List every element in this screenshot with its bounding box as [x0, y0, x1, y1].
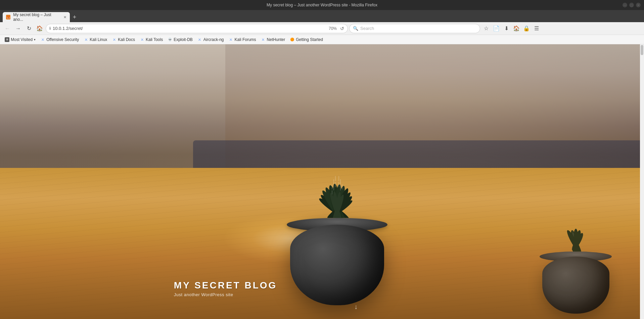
reload-button[interactable]: ↻: [24, 24, 34, 33]
bookmark-label: Getting Started: [296, 37, 323, 42]
succulent-leaves-main: [300, 151, 374, 218]
tab-favicon: 🦊: [6, 15, 10, 19]
getting-started-icon: 🟠: [290, 37, 294, 42]
search-bar[interactable]: 🔍 Search: [349, 24, 480, 33]
address-bar[interactable]: ℹ 10.0.1.2/secret/ 70% ↺: [46, 24, 348, 33]
dropdown-arrow-icon: ▾: [34, 38, 36, 41]
bookmark-kali-docs[interactable]: ⚔ Kali Docs: [110, 37, 137, 43]
minimize-button[interactable]: ─: [623, 3, 627, 7]
info-icon: ℹ: [49, 26, 51, 31]
bookmark-label: Exploit-DB: [174, 37, 193, 42]
kali-icon: ⚔: [40, 37, 45, 42]
tab-title: My secret blog – Just ano...: [13, 12, 59, 22]
sync-button[interactable]: 🔒: [522, 24, 531, 33]
bookmark-label: Kali Docs: [118, 37, 135, 42]
page-content: MY SECRET BLOG Just another WordPress si…: [0, 44, 644, 319]
bookmark-label: Kali Tools: [146, 37, 163, 42]
zoom-level: 70%: [329, 26, 337, 31]
reload-icon[interactable]: ↺: [340, 26, 344, 31]
bookmark-nethunter[interactable]: ⚔ NetHunter: [259, 37, 287, 43]
title-text: My secret blog – Just another WordPress …: [267, 3, 377, 7]
blog-title: MY SECRET BLOG: [174, 280, 277, 291]
forums-icon: ⚔: [229, 37, 233, 42]
reader-mode-button[interactable]: 📄: [492, 24, 501, 33]
navigation-bar: ← → ↻ 🏠 ℹ 10.0.1.2/secret/ 70% ↺ 🔍 Searc…: [0, 22, 644, 35]
bookmark-label: Kali Forums: [235, 37, 256, 42]
kali-icon: ⚔: [84, 37, 88, 42]
bookmark-kali-linux[interactable]: ⚔ Kali Linux: [82, 37, 109, 43]
close-button[interactable]: ✕: [636, 3, 641, 7]
forward-button[interactable]: →: [13, 24, 23, 33]
scroll-arrow-icon: ↓: [354, 303, 358, 310]
active-tab[interactable]: 🦊 My secret blog – Just ano... ✕: [3, 12, 70, 22]
back-button[interactable]: ←: [3, 24, 12, 33]
search-icon: 🔍: [353, 26, 358, 31]
scroll-indicator[interactable]: ↓: [354, 303, 358, 311]
bookmark-most-visited[interactable]: ⊞ Most Visited ▾: [3, 37, 38, 43]
bookmark-offensive-security[interactable]: ⚔ Offensive Security: [38, 37, 81, 43]
exploitdb-icon: 💀: [168, 37, 172, 42]
bookmark-kali-forums[interactable]: ⚔ Kali Forums: [227, 37, 258, 43]
bookmark-kali-tools[interactable]: ⚔ Kali Tools: [138, 37, 165, 43]
home-nav-button[interactable]: 🏠: [512, 24, 521, 33]
aircrack-icon: ⚔: [197, 37, 202, 42]
kali-icon: ⚔: [112, 37, 117, 42]
tab-close-button[interactable]: ✕: [63, 15, 66, 19]
search-placeholder: Search: [360, 26, 374, 31]
nav-actions: ☆ 📄 ⬇ 🏠 🔒 ☰: [481, 24, 541, 33]
bookmark-label: NetHunter: [267, 37, 285, 42]
bookmark-label: Most Visited: [11, 37, 33, 42]
bookmark-getting-started[interactable]: 🟠 Getting Started: [288, 37, 325, 43]
download-button[interactable]: ⬇: [502, 24, 511, 33]
bookmark-label: Offensive Security: [46, 37, 79, 42]
maximize-button[interactable]: □: [629, 3, 634, 7]
tab-bar: 🦊 My secret blog – Just ano... ✕ +: [0, 10, 644, 22]
new-tab-button[interactable]: +: [70, 12, 79, 22]
bookmark-aircrack[interactable]: ⚔ Aircrack-ng: [195, 37, 226, 43]
bookmark-label: Aircrack-ng: [203, 37, 224, 42]
scrollbar[interactable]: [640, 44, 644, 319]
bookmark-label: Kali Linux: [90, 37, 107, 42]
blog-subtitle: Just another WordPress site: [174, 292, 277, 297]
plant-pot-secondary: [540, 201, 612, 314]
menu-button[interactable]: ☰: [532, 24, 541, 33]
succulent-leaves-secondary: [549, 201, 603, 252]
window-controls: ─ □ ✕: [623, 3, 641, 7]
titlebar: My secret blog – Just another WordPress …: [0, 0, 644, 10]
plant-pot-main: [287, 151, 387, 305]
grid-icon: ⊞: [5, 37, 9, 42]
kali-icon: ⚔: [140, 37, 144, 42]
bookmark-exploit-db[interactable]: 💀 Exploit-DB: [166, 37, 195, 43]
pot-body-secondary: [542, 257, 609, 314]
bookmarks-bar: ⊞ Most Visited ▾ ⚔ Offensive Security ⚔ …: [0, 35, 644, 44]
scrollbar-thumb[interactable]: [641, 45, 643, 55]
pot-body-main: [290, 225, 384, 305]
bookmark-star-button[interactable]: ☆: [481, 24, 491, 33]
url-text: 10.0.1.2/secret/: [53, 26, 327, 31]
blog-title-overlay: MY SECRET BLOG Just another WordPress si…: [174, 280, 277, 297]
home-button[interactable]: 🏠: [35, 24, 44, 33]
nethunter-icon: ⚔: [261, 37, 266, 42]
hero-background: MY SECRET BLOG Just another WordPress si…: [0, 44, 644, 319]
